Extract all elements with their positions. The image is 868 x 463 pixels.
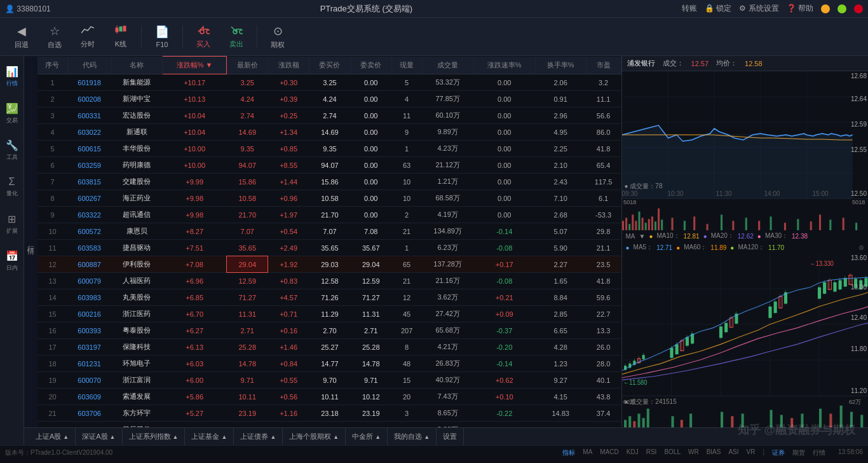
sidebar-item-trade[interactable]: 💹 交易	[1, 95, 24, 131]
asi-tab[interactable]: ASI	[728, 448, 738, 457]
lock-btn[interactable]: 🔒 锁定	[705, 3, 731, 14]
status-sh-fund[interactable]: 上证基金 ▲	[185, 428, 234, 445]
cell-change-pct: +10.00	[162, 141, 226, 157]
ma-tab[interactable]: MA	[583, 448, 592, 457]
close-btn[interactable]	[854, 4, 863, 13]
timeshare-btn[interactable]: 分时	[72, 22, 103, 52]
cell-speed: 0.00	[473, 91, 535, 107]
cell-buy: 21.70	[309, 207, 351, 223]
quotes-tab[interactable]: 行情	[813, 448, 825, 457]
svg-rect-95	[823, 282, 826, 294]
wr-tab[interactable]: WR	[688, 448, 699, 457]
maximize-btn[interactable]	[837, 4, 846, 13]
cell-change: +0.55	[268, 372, 309, 389]
status-sh-index[interactable]: 上证系列指数 ▲	[123, 428, 186, 445]
svg-text:←13.330: ←13.330	[810, 260, 833, 268]
bias-tab[interactable]: BIAS	[707, 448, 721, 457]
table-row[interactable]: 15 600216 浙江医药 +6.70 11.31 +0.71 11.29 1…	[37, 306, 621, 322]
cell-speed: -0.08	[473, 240, 535, 256]
table-row[interactable]: 17 603197 保隆科技 +6.13 25.28 +1.46 25.27 2…	[37, 339, 621, 356]
status-settings[interactable]: 设置	[437, 428, 464, 445]
cell-sell: 10.12	[350, 389, 391, 405]
minimize-btn[interactable]	[821, 4, 830, 13]
shenzhen-a-arrow: ▲	[110, 434, 116, 440]
futures-tab[interactable]: 期货	[792, 448, 805, 457]
cell-cur-vol: 1	[391, 141, 422, 157]
settings-chart-icon[interactable]: ⚙	[858, 244, 864, 251]
cell-price: 12.59	[227, 273, 268, 289]
kdj-tab[interactable]: KDJ	[627, 448, 639, 457]
ma-dropdown[interactable]: ▼	[639, 233, 646, 240]
macd-tab[interactable]: MACD	[600, 448, 618, 457]
cell-no: 2	[37, 91, 67, 107]
sidebar-item-tools[interactable]: 🔧 工具	[1, 132, 24, 168]
table-row[interactable]: 18 601231 环旭电子 +6.03 14.78 +0.84 14.77 1…	[37, 356, 621, 372]
svg-rect-20	[628, 224, 630, 230]
settings-btn[interactable]: ⚙ 系统设置	[739, 3, 778, 14]
table-row[interactable]: 22 603755 日辰股份 +5.07 53.90 +2.60 53.81 5…	[37, 422, 621, 428]
cell-code: 601231	[67, 356, 111, 372]
table-row[interactable]: 11 603583 捷昌驱动 +7.51 35.65 +2.49 35.65 3…	[37, 240, 621, 256]
cell-name: 日辰股份	[111, 422, 162, 428]
table-row[interactable]: 12 600887 伊利股份 +7.08 29.04 +1.92 29.03 2…	[37, 256, 621, 273]
table-row[interactable]: 4 603022 新通联 +10.04 14.69 +1.34 14.69 0.…	[37, 124, 621, 141]
table-row[interactable]: 14 603983 丸美股份 +6.85 71.27 +4.57 71.26 7…	[37, 289, 621, 306]
status-shanghai-a[interactable]: 上证A股 ▲	[29, 428, 76, 445]
status-cjinso[interactable]: 中金所 ▲	[346, 428, 388, 445]
status-sh-bond[interactable]: 上证债券 ▲	[234, 428, 283, 445]
status-sh-options[interactable]: 上海个股期权 ▲	[283, 428, 346, 445]
cell-turnover: 0.91	[535, 91, 586, 107]
table-row[interactable]: 2 600208 新湖中宝 +10.13 4.24 +0.39 4.24 0.0…	[37, 91, 621, 107]
chart-header: 浦发银行 成交： 12.57 均价： 12.58	[622, 56, 868, 71]
options-btn[interactable]: ⊙ 期权	[262, 22, 293, 52]
cell-pe: 21.1	[586, 240, 621, 256]
market-table[interactable]: 序号 代码 名称 涨跌幅% ▼ 最新价 涨跌额 委买价 委卖价 现量 成交量 涨…	[37, 56, 621, 427]
svg-rect-28	[654, 221, 656, 230]
ma20-val: 12.62	[738, 233, 754, 240]
sidebar-item-quant[interactable]: Σ 量化	[1, 169, 24, 205]
securities-tab[interactable]: 证券	[772, 448, 785, 457]
cell-no: 10	[37, 223, 67, 240]
boll-tab[interactable]: BOLL	[664, 448, 681, 457]
table-row[interactable]: 5 600615 丰华股份 +10.00 9.35 +0.85 9.35 0.0…	[37, 141, 621, 157]
table-row[interactable]: 6 603259 药明康德 +10.00 94.07 +8.55 94.07 0…	[37, 157, 621, 174]
svg-rect-18	[622, 221, 624, 230]
table-row[interactable]: 13 600079 人福医药 +6.96 12.59 +0.83 12.58 1…	[37, 273, 621, 289]
sidebar-item-expand[interactable]: ⊞ 扩展	[1, 206, 24, 242]
kline-btn[interactable]: K线	[105, 22, 136, 52]
table-row[interactable]: 19 600070 浙江富润 +6.00 9.71 +0.55 9.70 9.7…	[37, 372, 621, 389]
sidebar-item-market[interactable]: 📊 行情	[1, 59, 24, 94]
buy-btn[interactable]: 买入	[188, 22, 219, 52]
cell-pe: 56.6	[586, 107, 621, 124]
svg-rect-99	[833, 282, 836, 292]
status-watchlist[interactable]: 我的自选 ▲	[388, 428, 437, 445]
table-row[interactable]: 9 603322 超讯通信 +9.98 21.70 +1.97 21.70 0.…	[37, 207, 621, 223]
table-row[interactable]: 20 603609 索通发展 +5.86 10.11 +0.56 10.11 1…	[37, 389, 621, 405]
col-change-pct[interactable]: 涨跌幅% ▼	[162, 57, 226, 74]
table-row[interactable]: 10 600572 康恩贝 +8.27 7.07 +0.54 7.07 7.08…	[37, 223, 621, 240]
watchlist-btn[interactable]: ☆ 自选	[39, 22, 70, 52]
transfer-btn[interactable]: 转账	[682, 3, 697, 14]
svg-rect-19	[625, 218, 627, 230]
table-row[interactable]: 21 603706 东方环宇 +5.27 23.19 +1.16 23.18 2…	[37, 405, 621, 422]
help-btn[interactable]: ❓ 帮助	[787, 3, 813, 14]
svg-rect-117	[637, 413, 640, 427]
cell-cur-vol: 11	[391, 107, 422, 124]
table-row[interactable]: 16 600393 粤泰股份 +6.27 2.71 +0.16 2.70 2.7…	[37, 322, 621, 339]
cell-volume: 21.16万	[422, 273, 473, 289]
cell-code: 603583	[67, 240, 111, 256]
sh-options-arrow: ▲	[333, 434, 339, 440]
cell-sell: 0.00	[350, 107, 391, 124]
sell-btn[interactable]: 卖出	[221, 22, 252, 52]
indicator-tab[interactable]: 指标	[562, 448, 575, 457]
sidebar-item-daily[interactable]: 📅 日内	[1, 243, 24, 279]
status-shenzhen-a[interactable]: 深证A股 ▲	[76, 428, 122, 445]
table-row[interactable]: 8 600267 海正药业 +9.98 10.58 +0.96 10.58 0.…	[37, 190, 621, 207]
f10-btn[interactable]: 📄 F10	[147, 22, 177, 51]
table-row[interactable]: 3 600331 宏达股份 +10.04 2.74 +0.25 2.74 0.0…	[37, 107, 621, 124]
vr-tab[interactable]: VR	[747, 448, 756, 457]
rsi-tab[interactable]: RSI	[646, 448, 657, 457]
back-btn[interactable]: ◀ 回退	[6, 22, 37, 52]
table-row[interactable]: 7 603815 交建股份 +9.99 15.86 +1.44 15.86 0.…	[37, 174, 621, 190]
table-row[interactable]: 1 601918 新集能源 +10.17 3.25 +0.30 3.25 0.0…	[37, 74, 621, 91]
